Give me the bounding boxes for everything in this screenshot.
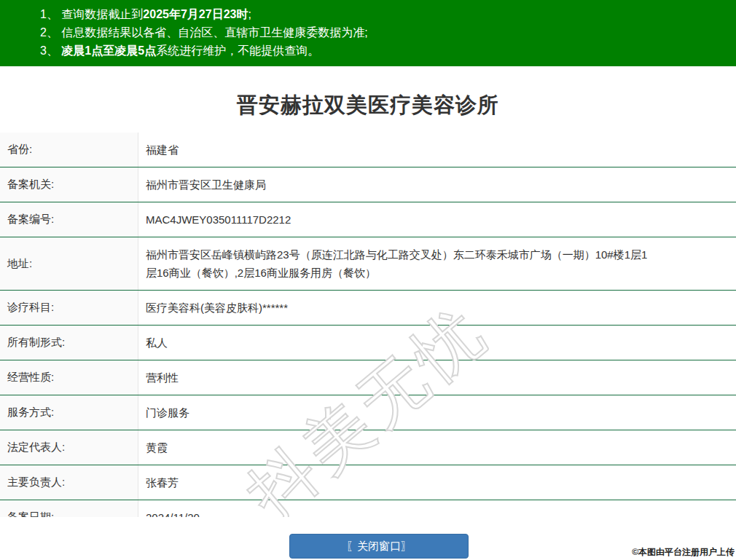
table-row-filing-number: 备案编号: MAC4JWEY035011117D2212 (0, 202, 736, 237)
row-label: 地址: (0, 237, 138, 290)
notice-line-2: 2、 信息数据结果以各省、自治区、直辖市卫生健康委数据为准; (40, 23, 736, 42)
row-label: 诊疗科目: (0, 291, 138, 325)
row-label: 备案机关: (0, 167, 138, 202)
table-row-main-person-in-charge: 主要负责人: 张春芳 (0, 465, 736, 500)
row-value: 门诊服务 (146, 403, 736, 422)
row-label: 法定代表人: (0, 430, 138, 465)
table-row-treatment-subjects: 诊疗科目: 医疗美容科(美容皮肤科)****** (0, 291, 736, 326)
row-value: 黄霞 (146, 438, 736, 457)
row-value-line2: 层16商业（餐饮）,2层16商业服务用房（餐饮） (146, 264, 736, 282)
notice-line-3: 3、 凌晨1点至凌晨5点系统进行维护，不能提供查询。 (40, 42, 736, 60)
table-row-filing-authority: 备案机关: 福州市晋安区卫生健康局 (0, 167, 736, 202)
row-label: 服务方式: (0, 395, 138, 430)
table-row-business-nature: 经营性质: 营利性 (0, 360, 736, 395)
notice-line-2-text: 2、 信息数据结果以各省、自治区、直辖市卫生健康委数据为准; (40, 26, 368, 39)
notice-line-3-suffix: 系统进行维护，不能提供查询。 (156, 44, 319, 57)
table-row-service-mode: 服务方式: 门诊服务 (0, 395, 736, 430)
page-title: 晋安赫拉双美医疗美容诊所 (0, 91, 736, 120)
table-row-address: 地址: 福州市晋安区岳峰镇横屿路23号（原连江北路与化工路交叉处）东二环泰禾城市… (0, 237, 736, 291)
row-value: 医疗美容科(美容皮肤科)****** (146, 299, 736, 317)
copyright-watermark: ©本图由平台注册用户上传 (632, 546, 735, 559)
row-label: 备案日期: (0, 500, 138, 517)
row-value: 营利性 (146, 368, 736, 387)
notice-banner: 1、 查询数据截止到2025年7月27日23时; 2、 信息数据结果以各省、自治… (0, 0, 736, 66)
notice-line-1-text: 1、 查询数据截止到 (40, 8, 143, 20)
close-window-button[interactable]: 〖关闭窗口〗 (289, 534, 469, 559)
row-label: 主要负责人: (0, 465, 138, 500)
table-row-legal-representative: 法定代表人: 黄霞 (0, 430, 736, 465)
row-value: 福州市晋安区卫生健康局 (146, 176, 736, 194)
notice-line-3-text: 3、 (40, 44, 61, 57)
row-value: 张春芳 (146, 473, 736, 492)
notice-line-1: 1、 查询数据截止到2025年7月27日23时; (40, 5, 736, 23)
notice-line-1-suffix: ; (248, 8, 251, 20)
row-value: MAC4JWEY035011117D2212 (146, 210, 736, 229)
notice-line-3-bold: 凌晨1点至凌晨5点 (61, 44, 156, 57)
info-table: 省份: 福建省 备案机关: 福州市晋安区卫生健康局 备案编号: MAC4JWEY… (0, 133, 736, 517)
row-label: 备案编号: (0, 202, 138, 237)
row-value: 福建省 (146, 141, 736, 159)
table-row-province: 省份: 福建省 (0, 133, 736, 167)
row-value: 2024/11/20 (146, 508, 736, 517)
table-row-ownership-form: 所有制形式: 私人 (0, 326, 736, 360)
row-label: 所有制形式: (0, 326, 138, 360)
row-value-line1: 福州市晋安区岳峰镇横屿路23号（原连江北路与化工路交叉处）东二环泰禾城市广场（一… (146, 245, 736, 264)
table-row-filing-date: 备案日期: 2024/11/20 (0, 500, 736, 517)
row-label: 省份: (0, 133, 138, 167)
row-label: 经营性质: (0, 360, 138, 395)
notice-line-1-bold: 2025年7月27日23时 (143, 8, 248, 20)
row-value: 私人 (146, 334, 736, 352)
